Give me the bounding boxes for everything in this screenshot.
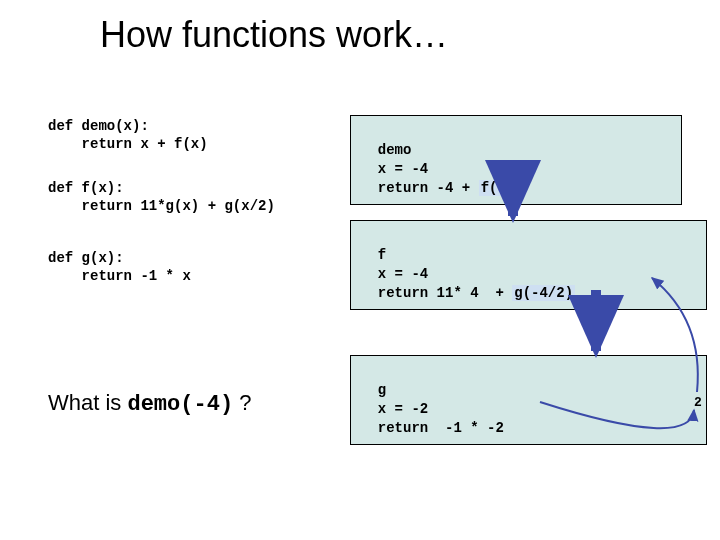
code-def-demo: def demo(x): return x + f(x) bbox=[48, 118, 208, 153]
frame-g-header: g bbox=[378, 382, 386, 398]
page-title: How functions work… bbox=[100, 14, 448, 56]
frame-f-body: x = -4 return 11* 4 bbox=[361, 266, 487, 301]
question-pre: What is bbox=[48, 390, 127, 415]
question: What is demo(-4) ? bbox=[48, 390, 251, 417]
frame-f-call: g(-4/2) bbox=[512, 285, 575, 301]
code-def-g: def g(x): return -1 * x bbox=[48, 250, 191, 285]
frame-g: g x = -2 return -1 * -2 bbox=[350, 355, 707, 445]
frame-demo-header: demo bbox=[378, 142, 412, 158]
code-def-f: def f(x): return 11*g(x) + g(x/2) bbox=[48, 180, 275, 215]
frame-demo-body: x = -4 return -4 + bbox=[361, 161, 479, 196]
question-mono: demo(-4) bbox=[127, 392, 233, 417]
frame-demo-call: f(-4) bbox=[479, 180, 525, 196]
question-post: ? bbox=[233, 390, 251, 415]
frame-demo: demo x = -4 return -4 + f(-4) bbox=[350, 115, 682, 205]
frame-f-header: f bbox=[378, 247, 386, 263]
frame-f-tail: + bbox=[487, 285, 512, 301]
frame-g-body: x = -2 return -1 * -2 bbox=[361, 401, 504, 436]
frame-f: f x = -4 return 11* 4 + g(-4/2) bbox=[350, 220, 707, 310]
g-return-value: 2 bbox=[694, 395, 702, 410]
